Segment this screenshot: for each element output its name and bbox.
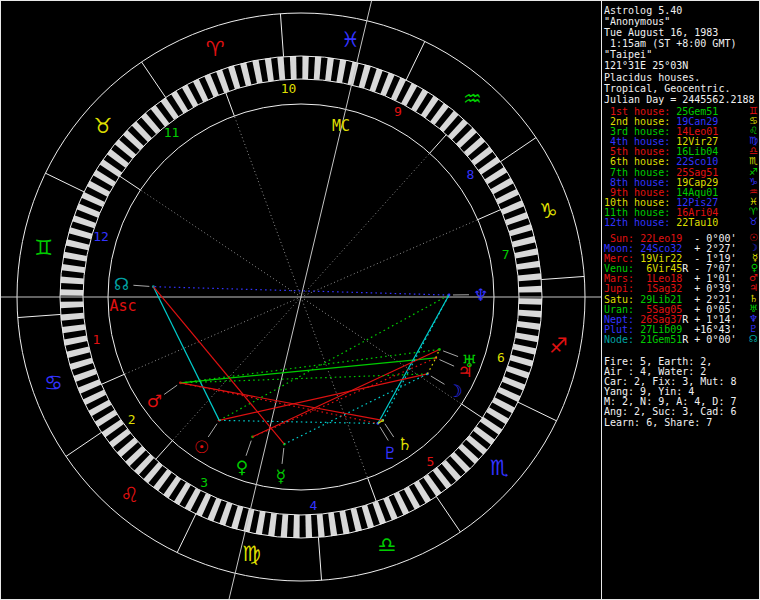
chart-info-line-5: 121°31E 25°03N xyxy=(604,60,755,71)
house-number: 7 xyxy=(502,247,510,262)
planet-pointer xyxy=(246,441,251,456)
house-number: 10 xyxy=(281,81,297,96)
planet-velocity: + 0°00' xyxy=(688,334,736,345)
degree-tick xyxy=(325,57,334,81)
planet-pointer xyxy=(133,285,149,286)
angle-axis-line xyxy=(301,1,375,297)
degree-tick xyxy=(517,261,541,270)
degree-tick xyxy=(510,355,534,367)
degree-tick xyxy=(231,506,243,530)
degree-tick xyxy=(60,301,83,308)
sign-boundary xyxy=(436,496,460,532)
degree-tick xyxy=(81,192,104,207)
degree-tick xyxy=(505,212,529,225)
sign-boundary xyxy=(406,41,425,80)
degree-tick xyxy=(62,324,86,333)
degree-tick xyxy=(252,60,262,84)
degree-tick xyxy=(517,321,541,330)
planet-pointer xyxy=(208,424,217,437)
degree-tick xyxy=(383,497,397,521)
degree-tick xyxy=(64,335,88,345)
sign-boundary xyxy=(142,62,166,98)
sign-glyph-icon: ♉ xyxy=(749,217,758,227)
house-cusp-mark xyxy=(156,441,173,460)
zodiac-scorpio-icon: ♏ xyxy=(490,456,509,480)
zodiac-pisces-icon: ♓ xyxy=(341,28,360,52)
angle-label-mc: MC xyxy=(332,117,350,135)
degree-tick xyxy=(256,511,266,535)
sign-boundary xyxy=(500,138,536,162)
degree-tick xyxy=(519,298,542,304)
house-cusp-mark xyxy=(101,374,124,384)
sign-boundary xyxy=(177,514,196,553)
degree-tick xyxy=(70,358,94,370)
chart-info-line-7: Tropical, Geocentric. xyxy=(604,83,755,94)
angle-axis-line xyxy=(227,297,301,600)
degree-tick xyxy=(502,376,526,390)
house-row: 12th house: 22Tau10♉ xyxy=(604,218,760,228)
degree-tick xyxy=(362,505,374,529)
planet-row: Node: 21Gem51R + 0°00'☊ xyxy=(604,335,760,345)
degree-tick xyxy=(196,493,211,516)
planet-node-icon: ☊ xyxy=(114,274,129,294)
degree-tick xyxy=(69,227,93,239)
degree-tick xyxy=(518,273,541,281)
chart-info-line-1: "Anonymous" xyxy=(604,16,755,27)
house-cusp-dotted xyxy=(124,297,301,374)
house-number: 12 xyxy=(93,229,109,244)
house-cusp-dotted xyxy=(234,116,301,297)
degree-tick xyxy=(219,502,232,526)
planet-merc-icon: ☿ xyxy=(275,466,285,486)
degree-tick xyxy=(328,513,337,537)
zodiac-virgo-icon: ♍ xyxy=(242,542,261,566)
degree-tick xyxy=(317,514,325,537)
sign-boundary xyxy=(518,402,557,421)
chart-info-line-6: Placidus houses. xyxy=(604,72,755,83)
house-number: 5 xyxy=(427,454,435,469)
degree-tick xyxy=(66,347,90,358)
planet-mars-icon: ♂ xyxy=(147,391,162,411)
chart-info-line-8: Julian Day = 2445562.2188 xyxy=(604,94,755,105)
planet-moon-icon: ☽ xyxy=(447,381,462,401)
zodiac-gemini-icon: ♊ xyxy=(34,236,53,260)
degree-tick xyxy=(336,59,346,83)
sign-boundary xyxy=(45,173,84,192)
degree-tick xyxy=(240,62,251,86)
house-cusp-value: 22Tau10 xyxy=(676,217,718,228)
aspect-line-squ xyxy=(253,349,440,436)
degree-tick xyxy=(281,514,289,537)
planet-pointer xyxy=(385,424,394,437)
degree-tick xyxy=(290,56,297,79)
degree-tick xyxy=(391,77,406,100)
degree-tick xyxy=(216,69,229,93)
planet-venu-icon: ♀ xyxy=(236,457,248,477)
sign-boundary xyxy=(541,276,584,279)
degree-tick xyxy=(509,224,533,236)
degree-tick xyxy=(513,344,537,355)
summary-line-6: Learn: 6, Share: 7 xyxy=(604,418,736,428)
degree-tick xyxy=(518,310,541,318)
sign-boundary xyxy=(66,432,102,456)
chart-info-line-4: "Taipei" xyxy=(604,49,755,60)
degree-tick xyxy=(228,66,240,90)
house-cusp-dotted xyxy=(301,153,430,297)
degree-tick xyxy=(207,498,221,522)
house-cusp-mark xyxy=(462,404,483,418)
chart-wheel[interactable]: 123456789101112♈♉♊♋♌♍♎♏♐♑♒♓AscMC☉☽☿♀♂♃♄♅… xyxy=(1,1,601,600)
house-cusp-dotted xyxy=(172,297,301,441)
aspect-line-tri xyxy=(180,374,427,383)
aspect-line-sex xyxy=(383,295,449,420)
house-label: 12th house: xyxy=(604,217,676,228)
zodiac-sagittarius-icon: ♐ xyxy=(549,334,568,358)
degree-tick xyxy=(193,79,208,102)
degree-tick xyxy=(78,379,102,393)
summary-block: Fire: 5, Earth: 2,Air : 4, Water: 2Car: … xyxy=(604,357,736,428)
degree-tick xyxy=(77,203,101,217)
planet-pointer xyxy=(164,385,177,394)
degree-tick xyxy=(359,65,371,89)
degree-tick xyxy=(72,215,96,228)
aspect-line-squ xyxy=(253,358,436,437)
house-number: 1 xyxy=(93,332,101,347)
house-number: 11 xyxy=(164,125,180,140)
degree-tick xyxy=(380,73,394,97)
